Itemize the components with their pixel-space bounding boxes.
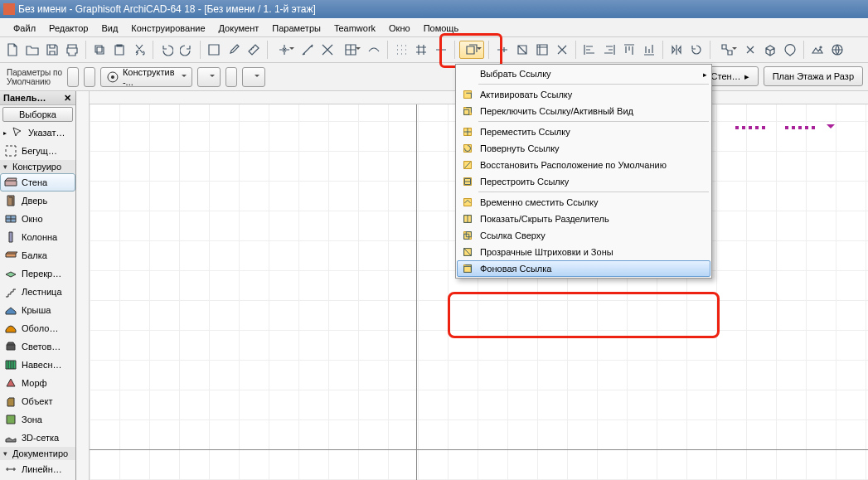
floor-select[interactable]	[242, 67, 265, 87]
snap-point-button[interactable]	[272, 41, 297, 59]
explode-button[interactable]	[741, 41, 759, 59]
tool-marquee[interactable]: Бегущ…	[0, 142, 75, 160]
copy-button[interactable]	[90, 41, 109, 59]
menu-item-label: Временно сместить Ссылку	[480, 197, 598, 207]
menu-вид[interactable]: Вид	[95, 22, 124, 35]
section-worksheet-button[interactable]	[533, 41, 551, 59]
save-file-button[interactable]	[43, 41, 61, 59]
snap-grid-button[interactable]	[338, 41, 363, 59]
cut-button[interactable]	[130, 41, 148, 59]
default-params-button[interactable]	[67, 67, 79, 87]
menu-item-move[interactable]: Переместить Ссылку	[457, 124, 710, 140]
snap-endpoint-button[interactable]	[298, 41, 317, 59]
mirror-button[interactable]	[667, 41, 686, 59]
grid-lines-button[interactable]	[412, 41, 430, 59]
tool-cursor[interactable]: ▸Указат…	[0, 124, 75, 142]
tool-roof[interactable]: Крыша	[0, 301, 75, 319]
gl-button[interactable]	[828, 41, 846, 59]
align-top-button[interactable]	[620, 41, 638, 59]
arc-button[interactable]	[225, 67, 237, 87]
trace-ref-button[interactable]	[459, 41, 484, 59]
menu-item-displace[interactable]: Временно сместить Ссылку	[457, 194, 710, 211]
window-title: Без имени - Graphisoft ArchiCAD-64 18 - …	[18, 3, 316, 15]
tool-shell[interactable]: Оболо…	[0, 319, 75, 337]
snap-intersect-button[interactable]	[318, 41, 337, 59]
color-button[interactable]	[781, 41, 799, 59]
menu-item-rotate[interactable]: Повернуть Ссылку	[457, 140, 710, 157]
menu-item-label: Активировать Ссылку	[480, 90, 572, 99]
paste-button[interactable]	[110, 41, 129, 59]
tool-object[interactable]: Объект	[0, 392, 75, 410]
print-button[interactable]	[63, 41, 81, 59]
menu-параметры[interactable]: Параметры	[265, 22, 327, 35]
snap-surface-button[interactable]	[365, 41, 383, 59]
tool-slab[interactable]: Перекр…	[0, 264, 75, 283]
undo-button[interactable]	[158, 41, 176, 59]
tool-mesh[interactable]: 3D-сетка	[0, 429, 75, 447]
menu-редактор[interactable]: Редактор	[42, 22, 95, 35]
menu-header-select-reference[interactable]: Выбрать Ссылку	[457, 65, 710, 82]
group-button[interactable]	[715, 41, 739, 59]
stair-icon	[3, 284, 18, 299]
profile-dropdown[interactable]	[197, 67, 221, 87]
construction-dropdown[interactable]: Конструктив -...	[100, 67, 192, 87]
close-icon[interactable]: ✕	[62, 93, 72, 103]
grid-axis-button[interactable]	[432, 41, 450, 59]
tool-window[interactable]: Окно	[0, 210, 75, 228]
menu-item-rebuild[interactable]: Перестроить Ссылку	[457, 173, 710, 190]
align-left-button[interactable]	[580, 41, 599, 59]
eye-dropper-button[interactable]	[225, 41, 243, 59]
menu-файл[interactable]: Файл	[7, 22, 42, 35]
menu-item-reset[interactable]: Восстановить Расположение по Умолчанию	[457, 157, 710, 173]
menu-документ[interactable]: Документ	[212, 22, 266, 35]
section-detail-button[interactable]	[513, 41, 531, 59]
tool-label: Крыша	[22, 305, 51, 315]
align-right-button[interactable]	[600, 41, 618, 59]
menu-конструирование[interactable]: Конструирование	[124, 22, 211, 35]
menu-item-bg[interactable]: Фоновая Ссылка	[457, 260, 710, 277]
render-icon	[811, 43, 824, 56]
menu-separator	[478, 121, 709, 122]
measure-button[interactable]	[245, 41, 263, 59]
tool-dim[interactable]: Линейн…	[0, 460, 75, 478]
menu-item-splitter[interactable]: Показать/Скрыть Разделитель	[457, 211, 710, 227]
tool-curtain[interactable]: Навесн…	[0, 356, 75, 374]
tool-stair[interactable]: Лестница	[0, 283, 75, 301]
tool-morph[interactable]: Морф	[0, 374, 75, 392]
menu-teamwork[interactable]: Teamwork	[327, 22, 382, 35]
menu-item-switch[interactable]: Переключить Ссылку/Активный Вид	[457, 103, 710, 119]
switch-icon	[460, 104, 475, 119]
layer-button[interactable]	[84, 67, 95, 87]
tool-door[interactable]: Дверь	[0, 192, 75, 210]
tool-wall[interactable]: Стена	[0, 173, 75, 192]
section-marker-button[interactable]	[553, 41, 571, 59]
tool-category[interactable]: Документиро	[0, 447, 75, 460]
tool-column[interactable]: Колонна	[0, 228, 75, 246]
group-icon	[720, 43, 734, 56]
menu-item-activate[interactable]: Активировать Ссылку	[457, 86, 710, 103]
menu-окно[interactable]: Окно	[382, 22, 417, 35]
redo-button[interactable]	[177, 41, 196, 59]
extrude-button[interactable]	[761, 41, 779, 59]
menu-помощь[interactable]: Помощь	[417, 22, 466, 35]
open-file-button[interactable]	[23, 41, 41, 59]
rotate-button[interactable]	[687, 41, 706, 59]
render-button[interactable]	[808, 41, 827, 59]
selection-section-button[interactable]: Выборка	[2, 107, 73, 122]
tool-zone[interactable]: Зона	[0, 410, 75, 429]
svg-rect-6	[464, 91, 472, 99]
nav-plan-button[interactable]: План Этажа и Разр	[764, 66, 863, 86]
tool-skylight[interactable]: Светов…	[0, 337, 75, 356]
tool-label: 3D-сетка	[22, 433, 59, 443]
marquee-button[interactable]	[205, 41, 223, 59]
grid-dots-button[interactable]	[392, 41, 410, 59]
tool-category[interactable]: Конструиро	[0, 160, 75, 173]
align-bottom-button[interactable]	[640, 41, 658, 59]
new-file-button[interactable]	[3, 41, 22, 59]
tool-label: Линейн…	[22, 464, 62, 474]
section-line-button[interactable]	[493, 41, 512, 59]
tool-beam[interactable]: Балка	[0, 246, 75, 264]
tool-label: Светов…	[22, 342, 61, 352]
menu-item-transp[interactable]: Прозрачные Штриховки и Зоны	[457, 244, 710, 260]
menu-item-ontop[interactable]: Ссылка Сверху	[457, 227, 710, 244]
